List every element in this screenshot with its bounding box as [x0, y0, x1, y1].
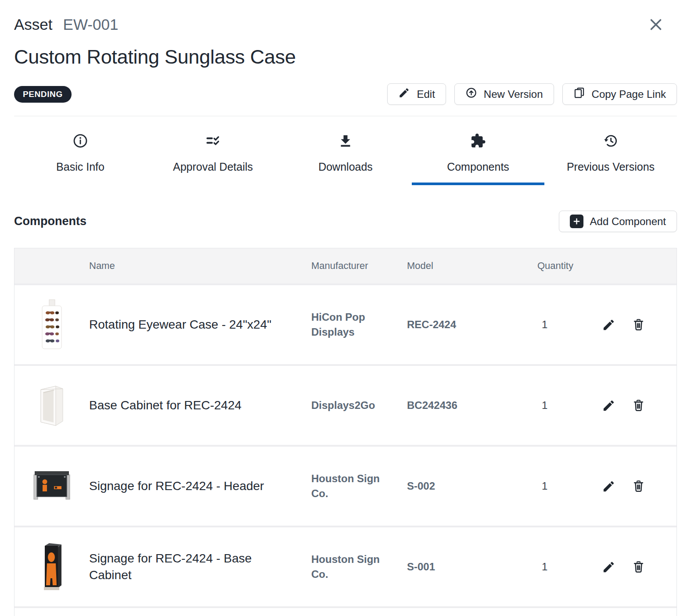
- component-model: S-002: [407, 480, 537, 492]
- header-divider: [14, 116, 677, 116]
- tab-components-label: Components: [447, 161, 509, 173]
- trash-icon: [632, 480, 645, 493]
- tab-downloads-label: Downloads: [318, 161, 373, 173]
- page-title: Custom Rotating Sunglass Case: [14, 46, 677, 68]
- asset-detail-panel: AssetEW-001 Custom Rotating Sunglass Cas…: [0, 0, 691, 616]
- row-actions: [602, 480, 678, 493]
- component-name: Base Cabinet for REC-2424: [89, 397, 311, 414]
- add-component-button-label: Add Component: [590, 215, 666, 228]
- col-name: Name: [89, 260, 311, 272]
- edit-row-button[interactable]: [602, 318, 615, 332]
- header-actions: Edit New Version Copy Page Link: [387, 83, 677, 105]
- row-actions: [602, 318, 678, 332]
- components-section-header: Components Add Component: [14, 211, 677, 232]
- edit-button[interactable]: Edit: [387, 83, 446, 105]
- table-row: Signage for REC-2424 - Base Cabinet Hous…: [14, 527, 677, 606]
- add-component-button[interactable]: Add Component: [559, 211, 677, 232]
- table-row: Base Cabinet for REC-2424 Displays2Go BC…: [14, 366, 677, 445]
- history-clock-icon: [603, 133, 619, 149]
- edit-row-button[interactable]: [602, 560, 615, 574]
- close-icon: [648, 17, 666, 32]
- edit-row-button[interactable]: [602, 399, 615, 412]
- trash-icon: [632, 318, 645, 332]
- component-manufacturer: HiCon Pop Displays: [311, 310, 407, 339]
- component-manufacturer: Houston Sign Co.: [311, 471, 407, 501]
- tab-bar: Basic Info Approval Details Downloads Co…: [14, 133, 677, 185]
- row-actions: [602, 399, 678, 412]
- checklist-icon: [205, 133, 221, 149]
- copy-icon: [573, 87, 585, 101]
- tab-approval-details[interactable]: Approval Details: [147, 133, 279, 185]
- component-name: Signage for REC-2424 - Base Cabinet: [89, 550, 311, 584]
- components-table: Name Manufacturer Model Quantity: [14, 248, 677, 616]
- pencil-icon: [398, 87, 410, 101]
- component-quantity: 1: [537, 399, 602, 412]
- status-badge: PENDING: [14, 86, 72, 103]
- table-row: Signage for REC-2424 - Header Houston Si…: [14, 447, 677, 526]
- tab-previous-versions-label: Previous Versions: [567, 161, 655, 173]
- copy-page-link-button[interactable]: Copy Page Link: [562, 83, 677, 105]
- col-model: Model: [407, 260, 537, 272]
- base-cabinet-thumbnail: [14, 381, 89, 430]
- table-row: Rotating Eyewear Case - 24"x24" HiCon Po…: [14, 285, 677, 364]
- component-name: Signage for REC-2424 - Header: [89, 478, 311, 494]
- edit-icon: [602, 560, 615, 574]
- component-quantity: 1: [537, 480, 602, 492]
- component-name: Rotating Eyewear Case - 24"x24": [89, 316, 311, 333]
- base-cabinet-signage-thumbnail: [14, 541, 89, 592]
- table-row: [14, 608, 677, 616]
- col-quantity: Quantity: [537, 260, 602, 272]
- header-signage-thumbnail: [14, 470, 89, 502]
- breadcrumb: AssetEW-001: [14, 15, 118, 34]
- component-quantity: 1: [537, 319, 602, 331]
- asset-id: EW-001: [63, 16, 119, 33]
- new-version-button[interactable]: New Version: [454, 83, 554, 105]
- tab-approval-details-label: Approval Details: [173, 161, 253, 173]
- tab-basic-info-label: Basic Info: [56, 161, 104, 173]
- edit-button-label: Edit: [417, 88, 435, 100]
- asset-label: Asset: [14, 16, 53, 33]
- trash-icon: [632, 560, 645, 574]
- arrow-up-circle-icon: [465, 87, 477, 101]
- edit-icon: [602, 480, 615, 493]
- download-icon: [338, 133, 353, 149]
- rotating-eyewear-case-thumbnail: [14, 299, 89, 351]
- tab-downloads[interactable]: Downloads: [279, 133, 412, 185]
- tab-components[interactable]: Components: [412, 133, 544, 185]
- delete-row-button[interactable]: [632, 480, 645, 493]
- component-quantity: 1: [537, 561, 602, 573]
- badge-actions-row: PENDING Edit New Version Copy Page Link: [14, 83, 677, 105]
- edit-icon: [602, 399, 615, 412]
- tab-basic-info[interactable]: Basic Info: [14, 133, 147, 185]
- edit-icon: [602, 318, 615, 332]
- components-heading: Components: [14, 215, 86, 228]
- trash-icon: [632, 399, 645, 412]
- info-icon: [72, 133, 88, 149]
- component-manufacturer: Displays2Go: [311, 398, 407, 413]
- component-model: REC-2424: [407, 319, 537, 331]
- delete-row-button[interactable]: [632, 318, 645, 332]
- component-model: S-001: [407, 561, 537, 573]
- edit-row-button[interactable]: [602, 480, 615, 493]
- plus-square-icon: [570, 215, 583, 228]
- table-header-row: Name Manufacturer Model Quantity: [14, 248, 677, 283]
- component-manufacturer: Houston Sign Co.: [311, 552, 407, 581]
- panel-header: AssetEW-001: [14, 15, 677, 34]
- new-version-button-label: New Version: [484, 88, 543, 100]
- delete-row-button[interactable]: [632, 560, 645, 574]
- copy-page-link-button-label: Copy Page Link: [592, 88, 666, 100]
- row-actions: [602, 560, 678, 574]
- puzzle-icon: [470, 133, 486, 149]
- close-button[interactable]: [648, 16, 666, 33]
- delete-row-button[interactable]: [632, 399, 645, 412]
- col-manufacturer: Manufacturer: [311, 260, 407, 272]
- component-model: BC242436: [407, 399, 537, 412]
- tab-previous-versions[interactable]: Previous Versions: [544, 133, 677, 185]
